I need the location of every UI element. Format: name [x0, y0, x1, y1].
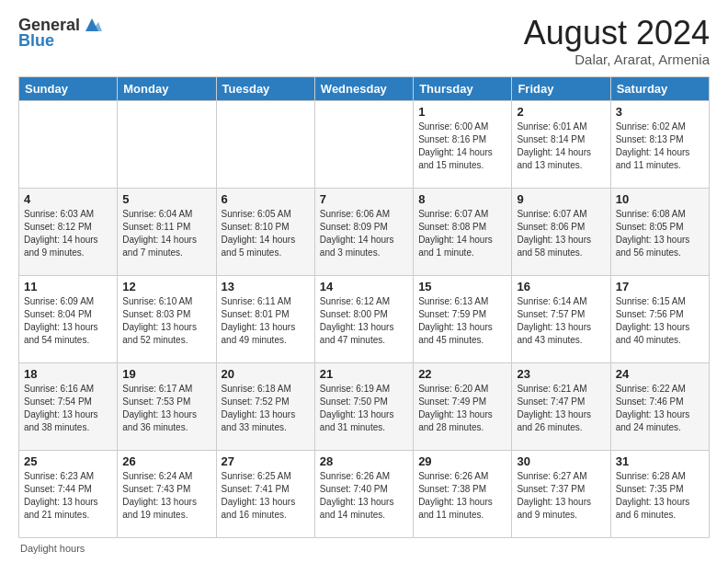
day-number: 13 [222, 280, 310, 293]
day-number: 8 [418, 192, 506, 206]
day-number: 1 [418, 105, 506, 119]
day-number: 21 [320, 367, 408, 381]
calendar-cell: 31Sunrise: 6:28 AM Sunset: 7:35 PM Dayli… [610, 450, 709, 537]
day-info: Sunrise: 6:26 AM Sunset: 7:38 PM Dayligh… [418, 470, 506, 522]
day-info: Sunrise: 6:04 AM Sunset: 8:11 PM Dayligh… [122, 208, 210, 259]
day-of-week-header: Thursday [414, 76, 512, 100]
day-number: 18 [24, 367, 112, 381]
day-info: Sunrise: 6:06 AM Sunset: 8:09 PM Dayligh… [320, 208, 408, 259]
calendar-cell: 18Sunrise: 6:16 AM Sunset: 7:54 PM Dayli… [19, 362, 118, 450]
calendar-cell: 1Sunrise: 6:00 AM Sunset: 8:16 PM Daylig… [414, 100, 512, 188]
day-info: Sunrise: 6:11 AM Sunset: 8:01 PM Dayligh… [222, 295, 310, 347]
day-info: Sunrise: 6:22 AM Sunset: 7:46 PM Dayligh… [616, 383, 704, 434]
day-info: Sunrise: 6:12 AM Sunset: 8:00 PM Dayligh… [320, 295, 408, 347]
day-number: 22 [418, 367, 506, 381]
calendar-cell: 19Sunrise: 6:17 AM Sunset: 7:53 PM Dayli… [118, 362, 216, 450]
day-info: Sunrise: 6:02 AM Sunset: 8:13 PM Dayligh… [616, 121, 704, 172]
day-number: 11 [24, 280, 112, 293]
day-number: 15 [418, 280, 506, 293]
calendar-cell [19, 100, 118, 188]
day-number: 30 [517, 454, 605, 468]
day-number: 25 [24, 454, 112, 468]
calendar-cell: 16Sunrise: 6:14 AM Sunset: 7:57 PM Dayli… [512, 275, 610, 362]
calendar-cell: 2Sunrise: 6:01 AM Sunset: 8:14 PM Daylig… [512, 100, 610, 188]
calendar-table: SundayMondayTuesdayWednesdayThursdayFrid… [18, 76, 710, 538]
day-info: Sunrise: 6:28 AM Sunset: 7:35 PM Dayligh… [616, 470, 704, 522]
day-of-week-header: Monday [118, 76, 216, 100]
day-number: 23 [517, 367, 605, 381]
header: General Blue August 2024 Dalar, Ararat, … [18, 15, 710, 67]
calendar-cell: 10Sunrise: 6:08 AM Sunset: 8:05 PM Dayli… [610, 188, 709, 275]
day-number: 24 [616, 367, 704, 381]
calendar-cell: 14Sunrise: 6:12 AM Sunset: 8:00 PM Dayli… [314, 275, 413, 362]
calendar-cell: 30Sunrise: 6:27 AM Sunset: 7:37 PM Dayli… [512, 450, 610, 537]
day-info: Sunrise: 6:16 AM Sunset: 7:54 PM Dayligh… [24, 383, 112, 434]
day-info: Sunrise: 6:05 AM Sunset: 8:10 PM Dayligh… [222, 208, 310, 259]
day-number: 10 [616, 192, 704, 206]
day-of-week-header: Sunday [19, 76, 118, 100]
page: General Blue August 2024 Dalar, Ararat, … [0, 0, 728, 563]
day-info: Sunrise: 6:20 AM Sunset: 7:49 PM Dayligh… [418, 383, 506, 434]
day-number: 16 [517, 280, 605, 293]
day-number: 5 [122, 192, 210, 206]
day-number: 17 [616, 280, 704, 293]
day-number: 2 [517, 105, 605, 119]
calendar-cell: 4Sunrise: 6:03 AM Sunset: 8:12 PM Daylig… [19, 188, 118, 275]
day-info: Sunrise: 6:14 AM Sunset: 7:57 PM Dayligh… [517, 295, 605, 347]
calendar-cell: 21Sunrise: 6:19 AM Sunset: 7:50 PM Dayli… [314, 362, 413, 450]
day-number: 3 [616, 105, 704, 119]
calendar-cell: 12Sunrise: 6:10 AM Sunset: 8:03 PM Dayli… [118, 275, 216, 362]
title-section: August 2024 Dalar, Ararat, Armenia [524, 15, 710, 67]
logo-blue: Blue [18, 31, 54, 51]
day-number: 29 [418, 454, 506, 468]
day-info: Sunrise: 6:09 AM Sunset: 8:04 PM Dayligh… [24, 295, 112, 347]
calendar-cell: 23Sunrise: 6:21 AM Sunset: 7:47 PM Dayli… [512, 362, 610, 450]
day-info: Sunrise: 6:26 AM Sunset: 7:40 PM Dayligh… [320, 470, 408, 522]
calendar-cell: 27Sunrise: 6:25 AM Sunset: 7:41 PM Dayli… [216, 450, 314, 537]
calendar-week-row: 25Sunrise: 6:23 AM Sunset: 7:44 PM Dayli… [19, 450, 710, 537]
calendar-cell: 26Sunrise: 6:24 AM Sunset: 7:43 PM Dayli… [118, 450, 216, 537]
calendar-cell [118, 100, 216, 188]
calendar-cell: 20Sunrise: 6:18 AM Sunset: 7:52 PM Dayli… [216, 362, 314, 450]
calendar-cell: 28Sunrise: 6:26 AM Sunset: 7:40 PM Dayli… [314, 450, 413, 537]
day-number: 19 [122, 367, 210, 381]
calendar-week-row: 18Sunrise: 6:16 AM Sunset: 7:54 PM Dayli… [19, 362, 710, 450]
calendar-cell [314, 100, 413, 188]
calendar-cell: 22Sunrise: 6:20 AM Sunset: 7:49 PM Dayli… [414, 362, 512, 450]
day-number: 6 [222, 192, 310, 206]
day-info: Sunrise: 6:23 AM Sunset: 7:44 PM Dayligh… [24, 470, 112, 522]
calendar-week-row: 1Sunrise: 6:00 AM Sunset: 8:16 PM Daylig… [19, 100, 710, 188]
calendar-cell: 24Sunrise: 6:22 AM Sunset: 7:46 PM Dayli… [610, 362, 709, 450]
day-of-week-header: Saturday [610, 76, 709, 100]
day-number: 4 [24, 192, 112, 206]
calendar-cell: 17Sunrise: 6:15 AM Sunset: 7:56 PM Dayli… [610, 275, 709, 362]
logo: General Blue [18, 15, 102, 51]
day-number: 28 [320, 454, 408, 468]
day-info: Sunrise: 6:17 AM Sunset: 7:53 PM Dayligh… [122, 383, 210, 434]
calendar-cell: 7Sunrise: 6:06 AM Sunset: 8:09 PM Daylig… [314, 188, 413, 275]
day-of-week-header: Wednesday [314, 76, 413, 100]
day-number: 20 [222, 367, 310, 381]
day-info: Sunrise: 6:25 AM Sunset: 7:41 PM Dayligh… [222, 470, 310, 522]
day-info: Sunrise: 6:00 AM Sunset: 8:16 PM Dayligh… [418, 121, 506, 172]
day-number: 14 [320, 280, 408, 293]
calendar-cell: 3Sunrise: 6:02 AM Sunset: 8:13 PM Daylig… [610, 100, 709, 188]
calendar-cell: 15Sunrise: 6:13 AM Sunset: 7:59 PM Dayli… [414, 275, 512, 362]
day-info: Sunrise: 6:15 AM Sunset: 7:56 PM Dayligh… [616, 295, 704, 347]
calendar-cell: 29Sunrise: 6:26 AM Sunset: 7:38 PM Dayli… [414, 450, 512, 537]
calendar-cell [216, 100, 314, 188]
calendar-week-row: 4Sunrise: 6:03 AM Sunset: 8:12 PM Daylig… [19, 188, 710, 275]
day-info: Sunrise: 6:13 AM Sunset: 7:59 PM Dayligh… [418, 295, 506, 347]
logo-icon [82, 15, 102, 35]
calendar-cell: 8Sunrise: 6:07 AM Sunset: 8:08 PM Daylig… [414, 188, 512, 275]
day-info: Sunrise: 6:03 AM Sunset: 8:12 PM Dayligh… [24, 208, 112, 259]
day-info: Sunrise: 6:01 AM Sunset: 8:14 PM Dayligh… [517, 121, 605, 172]
day-info: Sunrise: 6:08 AM Sunset: 8:05 PM Dayligh… [616, 208, 704, 259]
calendar-cell: 9Sunrise: 6:07 AM Sunset: 8:06 PM Daylig… [512, 188, 610, 275]
calendar-cell: 25Sunrise: 6:23 AM Sunset: 7:44 PM Dayli… [19, 450, 118, 537]
day-of-week-header: Tuesday [216, 76, 314, 100]
day-number: 27 [222, 454, 310, 468]
calendar-header-row: SundayMondayTuesdayWednesdayThursdayFrid… [19, 76, 710, 100]
footer-note: Daylight hours [18, 543, 710, 554]
subtitle: Dalar, Ararat, Armenia [524, 52, 710, 67]
